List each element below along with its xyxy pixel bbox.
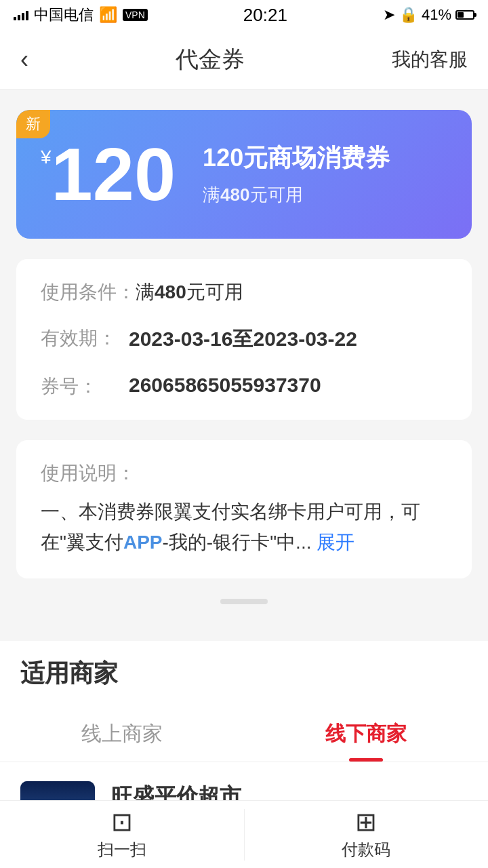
- pay-code-button[interactable]: ⊞ 付款码: [245, 809, 489, 861]
- tab-online-merchants[interactable]: 线上商家: [0, 704, 244, 762]
- coupon-amount: ¥ 120: [41, 137, 176, 212]
- coupon-subtitle-suffix: 元可用: [250, 184, 303, 205]
- coupon-condition: 满480元可用: [203, 183, 390, 207]
- coupon-title: 120元商场消费券: [203, 142, 390, 175]
- condition-value: 满480元可用: [136, 279, 243, 305]
- wifi-icon: 📶: [99, 6, 117, 24]
- status-time: 20:21: [243, 5, 287, 26]
- scroll-indicator: [16, 599, 472, 604]
- coupon-subtitle-bold: 480: [220, 184, 249, 205]
- battery-icon: [455, 10, 474, 20]
- instructions-text: 一、本消费券限翼支付实名绑卡用户可用，可在"翼支付APP-我的-银行卡"中...…: [41, 497, 447, 558]
- validity-row: 有效期： 2023-03-16至2023-03-22: [41, 326, 447, 353]
- validity-label: 有效期：: [41, 326, 129, 351]
- tab-offline-merchants[interactable]: 线下商家: [244, 704, 488, 762]
- status-left: 中国电信 📶 VPN: [14, 5, 148, 25]
- vpn-badge: VPN: [123, 9, 148, 21]
- signal-icon: [14, 9, 28, 20]
- instructions-highlight: APP: [123, 532, 163, 553]
- coupon-info: 120元商场消费券 满480元可用: [203, 142, 390, 207]
- pay-label: 付款码: [342, 839, 390, 861]
- validity-value: 2023-03-16至2023-03-22: [129, 326, 357, 353]
- customer-service-button[interactable]: 我的客服: [392, 47, 468, 73]
- coupon-currency: ¥: [41, 146, 52, 168]
- voucher-number: 26065865055937370: [129, 374, 321, 397]
- scroll-dot: [220, 599, 268, 604]
- condition-label: 使用条件：: [41, 279, 136, 305]
- expand-button[interactable]: 展开: [317, 532, 354, 553]
- coupon-card: 新 ¥ 120 120元商场消费券 满480元可用: [16, 110, 472, 239]
- merchants-title: 适用商家: [0, 641, 488, 704]
- pay-icon: ⊞: [355, 809, 377, 835]
- location-icon: ➤: [383, 6, 395, 24]
- scan-button[interactable]: ⊡ 扫一扫: [0, 809, 245, 861]
- status-right: ➤ 🔒 41%: [383, 6, 474, 24]
- nav-bar: ‹ 代金券 我的客服: [0, 30, 488, 90]
- merchant-tabs: 线上商家 线下商家: [0, 704, 488, 762]
- voucher-label: 券号：: [41, 374, 129, 399]
- carrier-label: 中国电信: [34, 5, 94, 25]
- condition-row: 使用条件： 满480元可用: [41, 279, 447, 305]
- scan-label: 扫一扫: [98, 839, 146, 861]
- coupon-subtitle-prefix: 满: [203, 184, 220, 205]
- instructions-label: 使用说明：: [41, 460, 447, 486]
- lock-icon: 🔒: [399, 6, 418, 24]
- scan-icon: ⊡: [111, 809, 133, 835]
- coupon-number: 120: [52, 137, 176, 212]
- voucher-row: 券号： 26065865055937370: [41, 374, 447, 399]
- battery-percent: 41%: [422, 6, 451, 24]
- page-title: 代金券: [176, 44, 245, 75]
- bottom-bar: ⊡ 扫一扫 ⊞ 付款码: [0, 800, 488, 868]
- status-bar: 中国电信 📶 VPN 20:21 ➤ 🔒 41%: [0, 0, 488, 30]
- main-content: 新 ¥ 120 120元商场消费券 满480元可用 使用条件： 满480元可用 …: [0, 90, 488, 641]
- details-section: 使用条件： 满480元可用 有效期： 2023-03-16至2023-03-22…: [16, 259, 472, 420]
- instructions-section: 使用说明： 一、本消费券限翼支付实名绑卡用户可用，可在"翼支付APP-我的-银行…: [16, 440, 472, 578]
- coupon-badge: 新: [16, 110, 50, 138]
- back-button[interactable]: ‹: [20, 45, 28, 74]
